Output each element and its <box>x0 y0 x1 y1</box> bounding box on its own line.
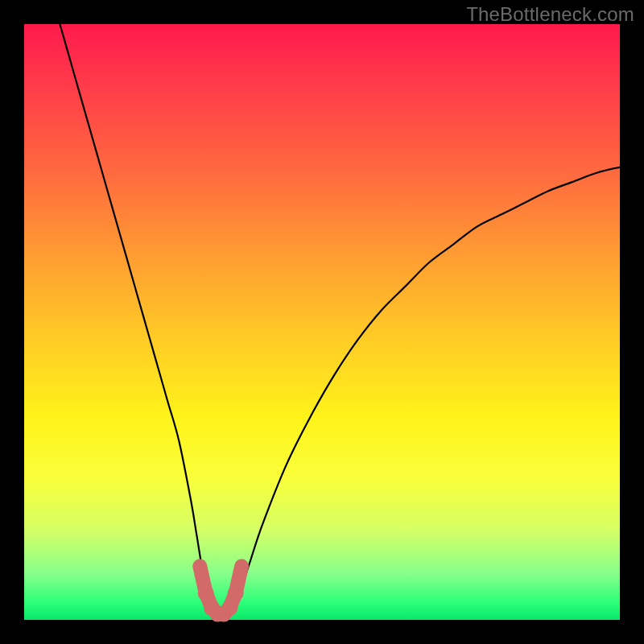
plot-area <box>24 24 620 620</box>
optimal-region-markers <box>194 560 247 621</box>
marker-dot <box>198 585 214 601</box>
bottleneck-curve <box>60 24 620 615</box>
chart-frame: TheBottleneck.com <box>0 0 644 644</box>
curve-svg <box>24 24 620 620</box>
watermark-text: TheBottleneck.com <box>466 3 634 26</box>
marker-dot <box>228 585 244 601</box>
marker-dot <box>221 600 237 616</box>
marker-dot <box>194 560 205 572</box>
marker-dot <box>236 560 247 572</box>
